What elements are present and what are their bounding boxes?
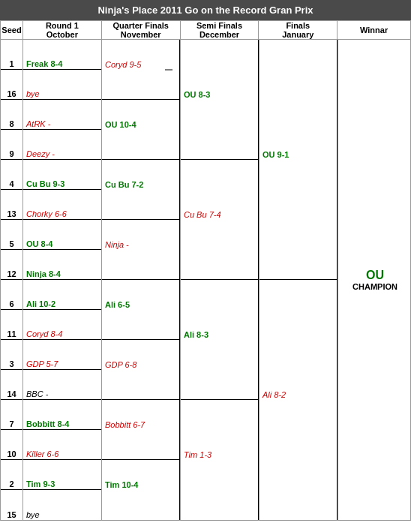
winner-name: OU [366, 269, 384, 282]
seed-16: 16 [1, 70, 22, 100]
winner-label: CHAMPION [352, 282, 398, 291]
qf-pair2: OU 10-4 [102, 100, 180, 160]
winner-column: OU CHAMPION [338, 40, 411, 520]
r1-seed14: BBC - [23, 370, 101, 400]
qf-pair1: Coryd 9-5 [102, 40, 180, 100]
r1-seed16: bye [23, 70, 101, 100]
r1-seed6: Ali 10-2 [23, 280, 101, 310]
seed-6: 6 [1, 280, 22, 310]
r1-seed8: AtRK - [23, 100, 101, 130]
qf-pair5: Ali 6-5 [102, 280, 180, 340]
qf4-name: Ninja - [105, 240, 129, 249]
seed-3: 3 [1, 340, 22, 370]
header-qf: Quarter FinalsNovember [101, 21, 180, 40]
qf-pair3: Cu Bu 7-2 [102, 160, 180, 220]
qf5-name: Ali 6-5 [105, 300, 130, 309]
f1-name: OU 9-1 [262, 150, 289, 159]
qf8-name: Tim 10-4 [105, 480, 138, 489]
qf7-name: Bobbitt 6-7 [105, 420, 145, 429]
qf3-name: Cu Bu 7-2 [105, 180, 143, 189]
sf-pair3: Ali 8-3 [181, 280, 259, 400]
qf-pair7: Bobbitt 6-7 [102, 400, 180, 460]
r1-seed13: Chorky 6-6 [23, 190, 101, 220]
winner-box: OU CHAMPION [352, 40, 398, 520]
r1-seed9: Deezy - [23, 130, 101, 160]
qf1-name: Coryd 9-5 [105, 60, 141, 69]
sf-pair4: Tim 1-3 [181, 400, 259, 520]
f-pair2: Ali 8-2 [260, 280, 338, 520]
seed-5: 5 [1, 220, 22, 250]
seed-4: 4 [1, 160, 22, 190]
sf-pair1: OU 8-3 [181, 40, 259, 160]
f-pair1: OU 9-1 [260, 40, 338, 280]
qf2-name: OU 10-4 [105, 120, 136, 129]
qf-pair6: GDP 6-8 [102, 340, 180, 400]
seed-7: 7 [1, 400, 22, 430]
seed-9: 9 [1, 130, 22, 160]
sf-pair2: Cu Bu 7-4 [181, 160, 259, 280]
sf4-name: Tim 1-3 [184, 450, 212, 459]
header-seed: Seed [1, 21, 23, 40]
sf-column: OU 8-3 Cu Bu 7-4 Ali 8-3 Tim [181, 40, 260, 520]
seed-10: 10 [1, 430, 22, 460]
r1-seed5: OU 8-4 [23, 220, 101, 250]
seed-2: 2 [1, 460, 22, 490]
r1-seed1: Freak 8-4 [23, 40, 101, 70]
r1-seed7: Bobbitt 8-4 [23, 400, 101, 430]
header-sf: Semi FinalsDecember [180, 21, 259, 40]
header-r1: Round 1October [22, 21, 101, 40]
header-f: FinalsJanuary [259, 21, 338, 40]
r1-seed10: Killer 6-6 [23, 430, 101, 460]
qf-pair8: Tim 10-4 [102, 460, 180, 520]
seed-12: 12 [1, 250, 22, 280]
r1-seed15: bye [23, 490, 101, 520]
sf3-name: Ali 8-3 [184, 330, 208, 339]
header-w: Winnar [338, 21, 411, 40]
seed-13: 13 [1, 190, 22, 220]
qf-column: Coryd 9-5 OU 10-4 Cu Bu 7-2 [102, 40, 181, 520]
seed-11: 11 [1, 310, 22, 340]
f2-name: Ali 8-2 [262, 390, 286, 399]
round-1-column: Freak 8-4 bye AtRK - Deezy - Cu Bu 9-3 C… [23, 40, 102, 520]
sf2-name: Cu Bu 7-4 [184, 210, 221, 219]
r1-seed12: Ninja 8-4 [23, 250, 101, 280]
r1-seed4: Cu Bu 9-3 [23, 160, 101, 190]
r1-seed3: GDP 5-7 [23, 340, 101, 370]
r1-seed11: Coryd 8-4 [23, 310, 101, 340]
seed-8: 8 [1, 100, 22, 130]
f-column: OU 9-1 Ali 8-2 [260, 40, 338, 520]
qf6-name: GDP 6-8 [105, 360, 136, 369]
seed-14: 14 [1, 370, 22, 400]
seed-15: 15 [1, 490, 22, 520]
seed-1: 1 [1, 40, 22, 70]
sf1-name: OU 8-3 [184, 90, 210, 99]
seed-column: 1 16 8 9 4 13 5 12 6 11 3 14 7 10 2 15 [1, 40, 23, 520]
r1-seed2: Tim 9-3 [23, 460, 101, 490]
qf-pair4: Ninja - [102, 220, 180, 280]
page-title: Ninja's Place 2011 Go on the Record Gran… [0, 0, 411, 20]
